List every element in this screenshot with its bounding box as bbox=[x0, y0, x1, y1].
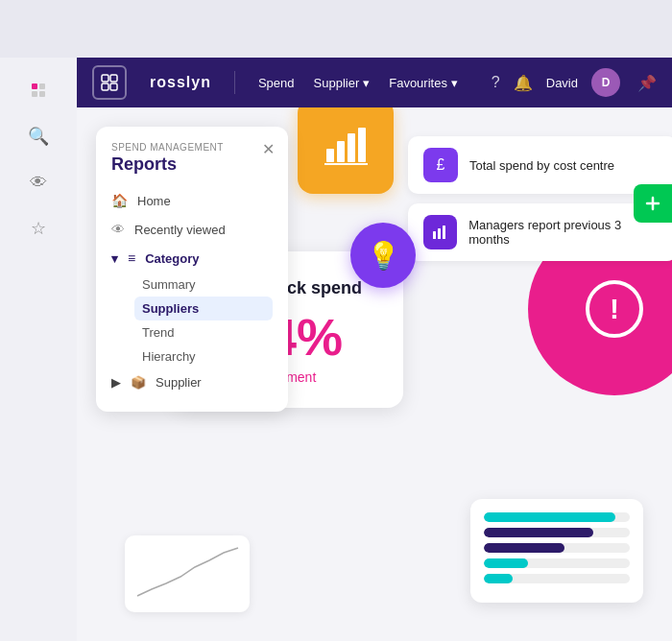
svg-rect-6 bbox=[32, 91, 37, 97]
sidebar-search-icon[interactable]: 🔍 bbox=[21, 119, 56, 154]
panel-title: Reports bbox=[111, 154, 273, 175]
help-icon[interactable]: ? bbox=[492, 74, 500, 91]
bar-fill-4 bbox=[484, 574, 513, 583]
report-card-0[interactable]: £ Total spend by cost centre bbox=[408, 136, 672, 194]
sidebar-eye-icon[interactable]: 👁 bbox=[21, 165, 56, 200]
report-cards-area: £ Total spend by cost centre Managers re… bbox=[408, 136, 672, 271]
nav-right: ? 🔔 David D 📌 bbox=[492, 68, 657, 97]
grid-icon bbox=[100, 73, 119, 92]
nav-divider bbox=[234, 71, 235, 94]
notification-icon[interactable]: 🔔 bbox=[514, 74, 533, 92]
nav-recently-viewed[interactable]: 👁 Recently viewed bbox=[111, 215, 273, 244]
close-button[interactable]: ✕ bbox=[262, 140, 275, 158]
supplier-icon: 📦 bbox=[131, 375, 146, 390]
navbar: rosslyn Spend Supplier ▾ Favourites ▾ ? … bbox=[77, 58, 672, 107]
sidebar-reports-icon[interactable] bbox=[21, 73, 56, 107]
svg-rect-15 bbox=[443, 226, 445, 239]
svg-rect-8 bbox=[326, 149, 334, 162]
bar-fill-3 bbox=[484, 558, 528, 568]
alert-circle: ! bbox=[586, 280, 643, 338]
svg-rect-5 bbox=[39, 83, 45, 89]
report-card-1[interactable]: Managers report previous 3 months bbox=[408, 203, 672, 261]
svg-rect-13 bbox=[433, 231, 436, 239]
svg-rect-1 bbox=[110, 75, 117, 82]
main-content: Spend Management Reports ✕ 🏠 Home 👁 Rece… bbox=[77, 107, 672, 641]
nav-supplier[interactable]: Supplier ▾ bbox=[314, 76, 371, 90]
pound-icon: £ bbox=[423, 148, 458, 182]
user-name: David bbox=[546, 76, 578, 90]
report-card-1-text: Managers report previous 3 months bbox=[468, 218, 661, 247]
mini-chart-card bbox=[125, 535, 250, 612]
bar-row-4 bbox=[484, 574, 630, 583]
bar-row-2 bbox=[484, 543, 630, 553]
reports-panel: Spend Management Reports ✕ 🏠 Home 👁 Rece… bbox=[96, 127, 288, 412]
sub-item-summary[interactable]: Summary bbox=[134, 273, 273, 297]
chart-icon bbox=[423, 215, 457, 249]
svg-rect-4 bbox=[32, 83, 37, 89]
svg-rect-2 bbox=[102, 83, 108, 90]
bar-fill-0 bbox=[484, 512, 615, 522]
bar-chart-icon bbox=[322, 122, 370, 170]
green-action-button[interactable] bbox=[634, 184, 672, 223]
svg-rect-0 bbox=[102, 75, 108, 82]
svg-rect-3 bbox=[110, 83, 117, 90]
pin-icon[interactable]: 📌 bbox=[637, 74, 657, 92]
bar-fill-2 bbox=[484, 543, 564, 553]
bar-fill-1 bbox=[484, 528, 593, 537]
svg-rect-14 bbox=[438, 228, 441, 239]
sub-item-hierarchy[interactable]: Hierarchy bbox=[134, 344, 273, 368]
panel-section-label: Spend Management bbox=[111, 142, 273, 153]
bar-row-0 bbox=[484, 512, 630, 522]
sub-item-suppliers[interactable]: Suppliers bbox=[134, 297, 273, 320]
sub-item-trend[interactable]: Trend bbox=[134, 320, 273, 344]
nav-spend[interactable]: Spend bbox=[258, 76, 295, 90]
report-card-0-text: Total spend by cost centre bbox=[469, 158, 614, 173]
bar-row-1 bbox=[484, 528, 630, 537]
svg-rect-7 bbox=[39, 91, 45, 97]
nav-category[interactable]: ▾ ≡ Category bbox=[111, 244, 273, 273]
svg-rect-11 bbox=[358, 128, 366, 162]
home-icon: 🏠 bbox=[111, 193, 128, 208]
orange-chart-card[interactable] bbox=[298, 98, 394, 194]
nav-logo-box[interactable] bbox=[92, 65, 127, 100]
bar-row-3 bbox=[484, 558, 630, 568]
bar-chart-card bbox=[470, 499, 643, 603]
category-sub-items: Summary Suppliers Trend Hierarchy bbox=[134, 273, 273, 368]
plus-icon bbox=[643, 194, 662, 213]
brand-name: rosslyn bbox=[150, 74, 211, 91]
svg-rect-10 bbox=[348, 133, 355, 162]
sidebar-strip: 🔍 👁 ☆ bbox=[0, 58, 77, 641]
eye-icon: 👁 bbox=[111, 222, 125, 237]
nav-home[interactable]: 🏠 Home bbox=[111, 186, 273, 215]
avatar[interactable]: D bbox=[591, 68, 620, 97]
nav-supplier[interactable]: ▶ 📦 Supplier bbox=[111, 368, 273, 396]
list-icon: ≡ bbox=[128, 250, 135, 266]
lightbulb-circle: 💡 bbox=[350, 223, 416, 288]
nav-favourites[interactable]: Favourites ▾ bbox=[389, 76, 458, 90]
svg-rect-9 bbox=[337, 141, 345, 162]
line-chart-svg bbox=[132, 543, 242, 605]
sidebar-star-icon[interactable]: ☆ bbox=[21, 211, 56, 246]
